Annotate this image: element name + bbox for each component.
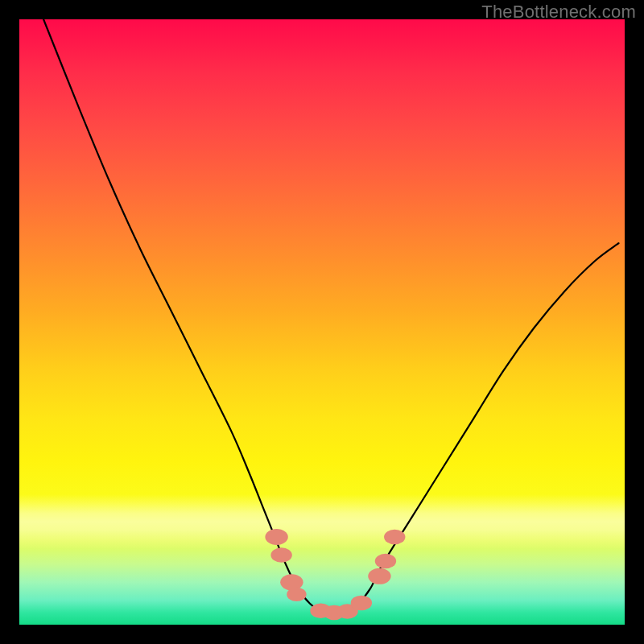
- bottleneck-curve: [43, 19, 618, 613]
- bead: [384, 530, 405, 545]
- chart-frame: TheBottleneck.com: [0, 0, 644, 644]
- bead: [368, 568, 390, 584]
- bead: [270, 547, 291, 563]
- watermark-text: TheBottleneck.com: [481, 2, 636, 23]
- bead: [287, 588, 306, 601]
- plot-area: [19, 19, 625, 625]
- bead: [265, 529, 287, 545]
- bead: [375, 554, 396, 569]
- curve-beads: [265, 529, 405, 620]
- bottleneck-curve-svg: [19, 19, 625, 625]
- bead: [351, 596, 372, 611]
